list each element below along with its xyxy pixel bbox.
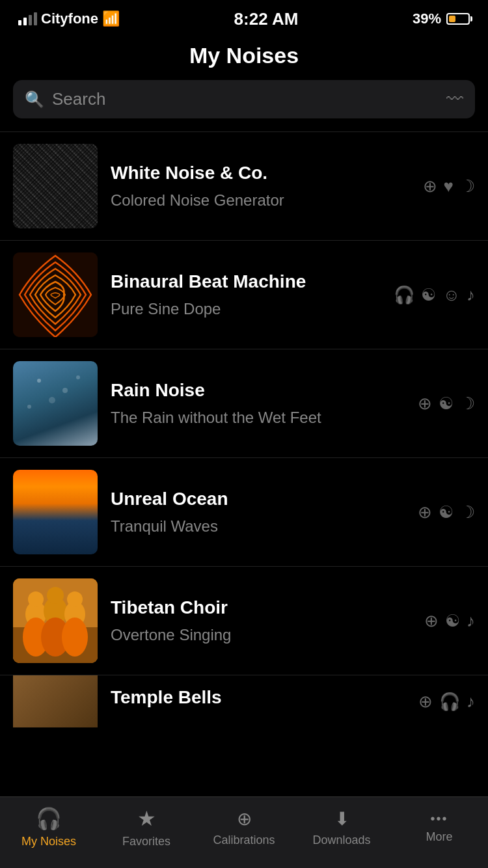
item-info: Rain Noise The Rain without the Wet Feet bbox=[111, 380, 405, 427]
svg-rect-1 bbox=[13, 361, 98, 446]
item-thumbnail bbox=[13, 675, 98, 727]
svg-point-2 bbox=[37, 379, 41, 383]
calibrations-tab-icon: ⊕ bbox=[237, 808, 252, 830]
star-tab-icon: ★ bbox=[137, 806, 156, 831]
headphones-tab-icon: 🎧 bbox=[36, 806, 62, 831]
item-action-icons: ⊕ ☯ ♪ bbox=[424, 611, 475, 631]
music-note-icon[interactable]: ♪ bbox=[467, 285, 475, 305]
tab-favorites-label: Favorites bbox=[122, 835, 170, 848]
svg-point-3 bbox=[62, 388, 68, 393]
signal-bars-icon bbox=[18, 12, 37, 25]
globe-icon[interactable]: ⊕ bbox=[418, 502, 432, 522]
list-item-partial[interactable]: Temple Bells ⊕ 🎧 ♪ bbox=[0, 675, 488, 727]
list-item[interactable]: Unreal Ocean Tranquil Waves ⊕ ☯ ☽ bbox=[0, 458, 488, 567]
item-subtitle: Overtone Singing bbox=[111, 626, 411, 644]
tab-my-noises-label: My Noises bbox=[21, 835, 76, 848]
battery-icon bbox=[446, 13, 470, 25]
item-subtitle: Colored Noise Generator bbox=[111, 191, 410, 210]
status-left: Cityfone 📶 bbox=[18, 10, 120, 27]
item-thumbnail bbox=[13, 144, 98, 228]
item-action-icons: ⊕ ☯ ☽ bbox=[418, 394, 475, 414]
yin-yang-icon[interactable]: ☯ bbox=[439, 394, 454, 414]
item-thumbnail bbox=[13, 252, 98, 337]
svg-point-17 bbox=[62, 617, 88, 657]
page-title: My Noises bbox=[0, 43, 488, 68]
item-action-icons: ⊕ 🎧 ♪ bbox=[418, 692, 475, 712]
item-info: White Noise & Co. Colored Noise Generato… bbox=[111, 163, 410, 210]
battery-percentage: 39% bbox=[413, 10, 441, 27]
globe-icon[interactable]: ⊕ bbox=[423, 176, 437, 197]
tab-my-noises[interactable]: 🎧 My Noises bbox=[0, 806, 98, 848]
item-thumbnail bbox=[13, 470, 98, 554]
noise-list: White Noise & Co. Colored Noise Generato… bbox=[0, 131, 488, 727]
page-header: My Noises bbox=[0, 34, 488, 80]
headphones-icon[interactable]: 🎧 bbox=[439, 692, 460, 712]
item-info: Binaural Beat Machine Pure Sine Dope bbox=[111, 271, 381, 318]
svg-point-4 bbox=[49, 397, 55, 403]
svg-point-11 bbox=[47, 587, 64, 604]
yin-yang-icon[interactable]: ☯ bbox=[439, 502, 454, 522]
search-container: 🔍 Search 〰 bbox=[0, 80, 488, 131]
search-bar[interactable]: 🔍 Search 〰 bbox=[13, 80, 475, 118]
list-item[interactable]: Rain Noise The Rain without the Wet Feet… bbox=[0, 349, 488, 458]
more-tab-icon: ••• bbox=[430, 811, 448, 826]
svg-point-9 bbox=[28, 591, 44, 607]
item-action-icons: ⊕ ♥ ☽ bbox=[423, 176, 475, 197]
svg-point-5 bbox=[27, 405, 31, 409]
tab-favorites[interactable]: ★ Favorites bbox=[98, 806, 195, 848]
tab-bar: 🎧 My Noises ★ Favorites ⊕ Calibrations ⬇… bbox=[0, 796, 488, 868]
wifi-icon: 📶 bbox=[102, 10, 120, 27]
item-subtitle: Tranquil Waves bbox=[111, 517, 405, 536]
item-name: Binaural Beat Machine bbox=[111, 271, 381, 292]
item-info: Temple Bells bbox=[111, 687, 405, 716]
tab-more[interactable]: ••• More bbox=[390, 811, 488, 844]
status-right: 39% bbox=[413, 10, 470, 27]
tab-more-label: More bbox=[426, 830, 452, 844]
music-note-icon[interactable]: ♪ bbox=[467, 611, 475, 631]
tab-calibrations[interactable]: ⊕ Calibrations bbox=[195, 808, 293, 847]
item-name: Temple Bells bbox=[111, 687, 405, 708]
svg-point-6 bbox=[76, 375, 80, 379]
filter-icon[interactable]: 〰 bbox=[446, 89, 463, 109]
downloads-tab-icon: ⬇ bbox=[334, 808, 349, 830]
globe-icon[interactable]: ⊕ bbox=[418, 394, 432, 414]
time-label: 8:22 AM bbox=[234, 9, 299, 29]
list-item[interactable]: White Noise & Co. Colored Noise Generato… bbox=[0, 132, 488, 241]
item-thumbnail bbox=[13, 578, 98, 663]
svg-point-13 bbox=[67, 591, 83, 607]
item-action-icons: ⊕ ☯ ☽ bbox=[418, 502, 475, 522]
item-subtitle: The Rain without the Wet Feet bbox=[111, 409, 405, 427]
search-input[interactable]: Search bbox=[52, 89, 439, 109]
list-item[interactable]: Tibetan Choir Overtone Singing ⊕ ☯ ♪ bbox=[0, 567, 488, 675]
moon-icon[interactable]: ☽ bbox=[460, 176, 475, 197]
status-bar: Cityfone 📶 8:22 AM 39% bbox=[0, 0, 488, 34]
yin-yang-icon[interactable]: ☯ bbox=[445, 611, 460, 631]
heart-icon[interactable]: ♥ bbox=[444, 176, 454, 197]
item-subtitle: Pure Sine Dope bbox=[111, 300, 381, 318]
mood-icon[interactable]: ☺ bbox=[442, 285, 460, 305]
list-item[interactable]: Binaural Beat Machine Pure Sine Dope 🎧 ☯… bbox=[0, 241, 488, 349]
item-name: White Noise & Co. bbox=[111, 163, 410, 183]
item-name: Tibetan Choir bbox=[111, 597, 411, 618]
item-action-icons: 🎧 ☯ ☺ ♪ bbox=[394, 285, 475, 305]
globe-icon[interactable]: ⊕ bbox=[418, 692, 433, 712]
moon-icon[interactable]: ☽ bbox=[460, 394, 475, 414]
item-thumbnail bbox=[13, 361, 98, 446]
yin-yang-icon[interactable]: ☯ bbox=[421, 285, 436, 305]
tab-downloads-label: Downloads bbox=[312, 834, 370, 847]
item-info: Unreal Ocean Tranquil Waves bbox=[111, 489, 405, 536]
moon-icon[interactable]: ☽ bbox=[460, 502, 475, 522]
item-info: Tibetan Choir Overtone Singing bbox=[111, 597, 411, 644]
headphones-icon[interactable]: 🎧 bbox=[394, 285, 414, 305]
carrier-label: Cityfone bbox=[41, 10, 98, 27]
search-icon: 🔍 bbox=[25, 90, 44, 109]
tab-downloads[interactable]: ⬇ Downloads bbox=[293, 808, 390, 847]
tab-calibrations-label: Calibrations bbox=[213, 834, 275, 847]
music-note-icon[interactable]: ♪ bbox=[467, 692, 475, 712]
item-name: Unreal Ocean bbox=[111, 489, 405, 509]
globe-icon[interactable]: ⊕ bbox=[424, 611, 439, 631]
item-name: Rain Noise bbox=[111, 380, 405, 401]
